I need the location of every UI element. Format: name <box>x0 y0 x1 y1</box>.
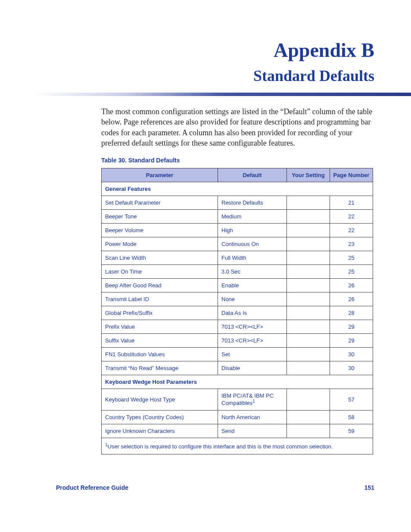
footer-page-number: 151 <box>364 484 374 491</box>
cell-page-number: 26 <box>330 292 373 306</box>
cell-default: Full Width <box>218 251 287 265</box>
cell-page-number: 21 <box>330 196 373 210</box>
cell-page-number: 30 <box>330 361 373 375</box>
cell-page-number: 30 <box>330 348 373 361</box>
cell-your-setting <box>287 389 330 410</box>
table-row: Prefix Value7013 <CR><LF>29 <box>102 320 373 334</box>
cell-your-setting <box>287 251 330 265</box>
th-your-setting: Your Setting <box>287 168 330 182</box>
cell-parameter: Global Prefix/Suffix <box>102 306 218 320</box>
cell-your-setting <box>287 292 330 306</box>
defaults-table: Parameter Default Your Setting Page Numb… <box>101 168 373 454</box>
cell-default: None <box>218 292 287 306</box>
cell-parameter: Beep After Good Read <box>102 279 218 292</box>
cell-page-number: 23 <box>330 237 373 251</box>
cell-your-setting <box>287 320 330 334</box>
cell-parameter: Prefix Value <box>102 320 218 334</box>
cell-your-setting <box>287 306 330 320</box>
cell-parameter: Transmit Label ID <box>102 292 218 306</box>
cell-parameter: Beeper Volume <box>102 224 218 237</box>
footer-left: Product Reference Guide <box>56 484 128 491</box>
cell-your-setting <box>287 279 330 292</box>
cell-your-setting <box>287 196 330 210</box>
cell-default: Enable <box>218 279 287 292</box>
table-row: Beeper ToneMedium22 <box>102 210 373 224</box>
cell-default: Restore Defaults <box>218 196 287 210</box>
th-parameter: Parameter <box>102 168 218 182</box>
table-row: Laser On Time3.0 Sec25 <box>102 265 373 279</box>
cell-default: IBM PC/AT& IBM PC Compatibles1 <box>218 389 287 410</box>
cell-page-number: 29 <box>330 320 373 334</box>
table-section-label: Keyboard Wedge Host Parameters <box>102 375 373 389</box>
cell-page-number: 22 <box>330 210 373 224</box>
cell-your-setting <box>287 361 330 375</box>
cell-parameter: FN1 Substitution Values <box>102 348 218 361</box>
cell-parameter: Beeper Tone <box>102 210 218 224</box>
cell-parameter: Set Default Parameter <box>102 196 218 210</box>
cell-parameter: Country Types (Country Codes) <box>102 410 218 424</box>
cell-default: 7013 <CR><LF> <box>218 334 287 348</box>
table-row: Beep After Good ReadEnable26 <box>102 279 373 292</box>
cell-page-number: 26 <box>330 279 373 292</box>
table-row: Transmit Label IDNone26 <box>102 292 373 306</box>
cell-your-setting <box>287 237 330 251</box>
cell-parameter: Keyboard Wedge Host Type <box>102 389 218 410</box>
cell-default: 7013 <CR><LF> <box>218 320 287 334</box>
table-section-row: General Features <box>102 182 373 196</box>
cell-default: North American <box>218 410 287 424</box>
cell-page-number: 29 <box>330 334 373 348</box>
th-page-number: Page Number <box>330 168 373 182</box>
cell-your-setting <box>287 334 330 348</box>
table-row: Beeper VolumeHigh22 <box>102 224 373 237</box>
cell-your-setting <box>287 348 330 361</box>
cell-parameter: Laser On Time <box>102 265 218 279</box>
cell-page-number: 28 <box>330 306 373 320</box>
table-row: FN1 Substitution ValuesSet30 <box>102 348 373 361</box>
th-default: Default <box>218 168 287 182</box>
table-section-label: General Features <box>102 182 373 196</box>
cell-default: 3.0 Sec <box>218 265 287 279</box>
appendix-subtitle: Standard Defaults <box>56 67 374 85</box>
cell-page-number: 58 <box>330 410 373 424</box>
appendix-title: Appendix B <box>56 39 374 62</box>
cell-default: High <box>218 224 287 237</box>
intro-paragraph: The most common configuration settings a… <box>56 106 374 148</box>
table-row: Keyboard Wedge Host TypeIBM PC/AT& IBM P… <box>102 389 373 410</box>
cell-your-setting <box>287 265 330 279</box>
cell-default: Disable <box>218 361 287 375</box>
table-footnote: 1User selection is required to configure… <box>102 438 373 454</box>
table-row: Transmit “No Read” MessageDisable30 <box>102 361 373 375</box>
cell-parameter: Ignore Unknown Characters <box>102 424 218 438</box>
cell-default: Continuous On <box>218 237 287 251</box>
cell-page-number: 25 <box>330 265 373 279</box>
table-row: Suffix Value7013 <CR><LF>29 <box>102 334 373 348</box>
table-section-row: Keyboard Wedge Host Parameters <box>102 375 373 389</box>
cell-your-setting <box>287 224 330 237</box>
page-footer: Product Reference Guide 151 <box>56 484 374 491</box>
table-row: Ignore Unknown CharactersSend59 <box>102 424 373 438</box>
cell-parameter: Transmit “No Read” Message <box>102 361 218 375</box>
cell-default: Data As Is <box>218 306 287 320</box>
table-row: Set Default ParameterRestore Defaults21 <box>102 196 373 210</box>
cell-page-number: 59 <box>330 424 373 438</box>
cell-page-number: 57 <box>330 389 373 410</box>
table-footnote-row: 1User selection is required to configure… <box>102 438 373 454</box>
cell-parameter: Power Mode <box>102 237 218 251</box>
cell-page-number: 25 <box>330 251 373 265</box>
cell-default: Send <box>218 424 287 438</box>
cell-your-setting <box>287 210 330 224</box>
cell-page-number: 22 <box>330 224 373 237</box>
table-row: Country Types (Country Codes)North Ameri… <box>102 410 373 424</box>
table-header-row: Parameter Default Your Setting Page Numb… <box>102 168 373 182</box>
divider-bar <box>0 93 411 96</box>
cell-parameter: Suffix Value <box>102 334 218 348</box>
cell-parameter: Scan Line Width <box>102 251 218 265</box>
cell-default: Set <box>218 348 287 361</box>
cell-your-setting <box>287 410 330 424</box>
cell-default: Medium <box>218 210 287 224</box>
cell-your-setting <box>287 424 330 438</box>
table-row: Global Prefix/SuffixData As Is28 <box>102 306 373 320</box>
table-caption: Table 30. Standard Defaults <box>56 157 374 164</box>
table-row: Power ModeContinuous On23 <box>102 237 373 251</box>
table-row: Scan Line WidthFull Width25 <box>102 251 373 265</box>
